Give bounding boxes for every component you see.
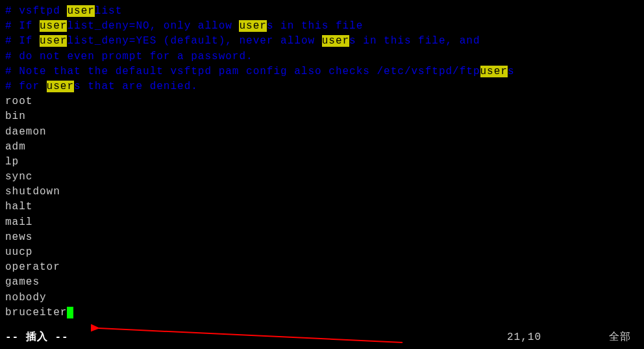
user-entry: uucp <box>5 245 639 260</box>
text-segment: list_deny=YES (default), never allow <box>67 35 321 47</box>
comment-line-3: # If userlist_deny=YES (default), never … <box>5 34 639 49</box>
user-entry: mail <box>5 215 639 230</box>
user-text: bruceiter <box>5 307 67 318</box>
highlight-user: user <box>40 35 67 47</box>
user-entry-current: bruceiter <box>5 305 639 320</box>
text-segment: # If <box>5 20 40 32</box>
user-entry: root <box>5 94 639 109</box>
user-entry: daemon <box>5 125 639 140</box>
comment-line-4: # do not even prompt for a password. <box>5 49 639 64</box>
text-segment: # for <box>5 81 47 92</box>
user-entry: nobody <box>5 291 639 305</box>
comment-line-1: # vsftpd userlist <box>5 4 639 19</box>
highlight-user: user <box>239 20 266 32</box>
comment-line-6: # for users that are denied. <box>5 79 639 94</box>
user-entry: news <box>5 230 639 245</box>
text-segment: # vsftpd <box>5 5 67 17</box>
mode-indicator: -- 插入 -- <box>5 330 69 345</box>
user-entry: halt <box>5 200 639 214</box>
highlight-user: user <box>322 35 349 47</box>
user-entry: bin <box>5 109 639 124</box>
user-entry: operator <box>5 260 639 275</box>
highlight-user: user <box>480 66 508 77</box>
comment-line-5: # Note that the default vsftpd pam confi… <box>5 64 639 79</box>
text-segment: s that are denied. <box>74 81 198 92</box>
highlight-user: user <box>40 20 67 32</box>
text-segment: s in this file <box>267 20 363 32</box>
highlight-user: user <box>67 5 94 17</box>
vim-status-bar: -- 插入 -- 21,10 全部 <box>5 330 639 345</box>
user-entry: adm <box>5 140 639 155</box>
text-segment: # If <box>5 35 40 47</box>
highlight-user: user <box>47 81 74 92</box>
user-entry: shutdown <box>5 185 639 200</box>
user-entry: sync <box>5 170 639 185</box>
terminal-editor[interactable]: # vsftpd userlist # If userlist_deny=NO,… <box>0 0 644 324</box>
cursor-position: 21,10 <box>507 330 541 345</box>
user-entry: lp <box>5 155 639 170</box>
text-segment: list_deny=NO, only allow <box>67 20 239 32</box>
text-segment: # Note that the default vsftpd pam confi… <box>5 66 480 77</box>
view-indicator: 全部 <box>609 330 631 345</box>
cursor-icon <box>67 307 73 318</box>
text-segment: list <box>95 5 122 17</box>
user-entry: games <box>5 275 639 290</box>
text-segment: s in this file, and <box>349 35 480 47</box>
comment-line-2: # If userlist_deny=NO, only allow users … <box>5 19 639 34</box>
text-segment: s <box>508 66 515 77</box>
